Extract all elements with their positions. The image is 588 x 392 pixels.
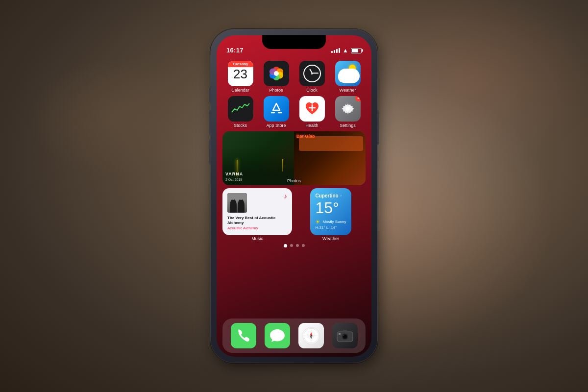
health-heart-svg <box>304 100 320 117</box>
svg-point-20 <box>310 335 312 337</box>
status-time: 16:17 <box>226 47 244 54</box>
clock-center-dot <box>311 73 313 74</box>
location-arrow-icon: ↑ <box>340 194 342 198</box>
music-artist: Acoustic Alchemy <box>227 226 287 230</box>
dock-messages[interactable] <box>265 323 290 348</box>
page-dot-1[interactable] <box>284 244 287 247</box>
power-button[interactable] <box>377 110 379 145</box>
album-art <box>227 193 247 213</box>
weather-city: Cupertino ↑ <box>315 193 346 198</box>
widget-weather[interactable]: Cupertino ↑ 15° ☀ Mostly Sunny H:31° <box>310 188 351 236</box>
appstore-a-svg <box>269 101 284 116</box>
page-dot-4[interactable] <box>302 244 305 247</box>
signal-bar-4 <box>339 48 340 53</box>
dock <box>222 318 366 353</box>
svg-rect-27 <box>339 333 341 335</box>
settings-badge: 2 <box>355 96 361 101</box>
clock-minute-hand <box>312 73 318 74</box>
app-row-2: Stocks App Store <box>222 96 366 128</box>
mute-button[interactable] <box>209 88 211 103</box>
widget-music[interactable]: ♪ The V <box>222 188 292 236</box>
iphone-device: 16:17 ▲ <box>211 29 377 363</box>
stocks-chart-svg <box>231 101 250 116</box>
dock-safari[interactable] <box>298 323 324 348</box>
varna-text: VARNA <box>225 172 243 176</box>
dock-phone[interactable] <box>231 323 256 348</box>
phone-icon-svg <box>236 328 251 343</box>
dock-camera[interactable] <box>332 323 358 348</box>
page-dot-2[interactable] <box>290 244 293 247</box>
signal-icon <box>331 48 340 53</box>
app-item-stocks[interactable]: Stocks <box>225 96 256 128</box>
music-track-title: The Very Best of Acoustic Alchemy <box>227 216 287 226</box>
svg-point-26 <box>343 335 344 336</box>
photos-icon[interactable] <box>264 61 289 86</box>
clock-label: Clock <box>306 88 318 93</box>
app-item-appstore[interactable]: App Store <box>261 96 292 128</box>
safari-icon-svg <box>302 326 320 345</box>
widget-photos[interactable]: VARNA 2 Oct 2019 Bar Giao Photos <box>222 131 366 185</box>
iphone-screen: 16:17 ▲ <box>217 35 371 357</box>
weather-range: H:31° L:-14° <box>315 225 346 230</box>
signal-bar-1 <box>331 51 333 53</box>
weather-temperature: 15° <box>315 199 346 217</box>
wifi-icon: ▲ <box>343 47 348 54</box>
health-label: Health <box>305 123 318 128</box>
photos-flower-svg <box>268 65 285 82</box>
stocks-icon[interactable] <box>228 96 253 122</box>
settings-gear-svg <box>341 101 355 116</box>
volume-up-button[interactable] <box>209 110 211 135</box>
music-note-icon: ♪ <box>284 192 287 200</box>
page-dot-3[interactable] <box>296 244 299 247</box>
widget-photos-label: Photos <box>222 178 366 183</box>
widget-photo-left: VARNA 2 Oct 2019 <box>222 131 294 185</box>
sun-icon: ☀ <box>315 219 320 225</box>
calendar-date: 23 <box>233 68 247 80</box>
weather-condition: ☀ Mostly Sunny <box>315 219 346 225</box>
weather-widget-label: Weather <box>322 236 339 241</box>
app-item-settings[interactable]: 2 Settings <box>333 96 363 128</box>
weather-icon[interactable] <box>335 61 361 86</box>
iphone-body: 16:17 ▲ <box>211 29 377 363</box>
music-widget-label: Music <box>251 236 263 241</box>
messages-icon-svg <box>269 327 286 344</box>
signal-bar-2 <box>334 50 335 53</box>
app-row-1: Tuesday 23 Calendar <box>222 61 366 93</box>
home-screen: Tuesday 23 Calendar <box>217 57 371 357</box>
app-item-weather[interactable]: Weather <box>333 61 363 93</box>
status-icons: ▲ <box>331 47 362 54</box>
appstore-label: App Store <box>266 123 286 128</box>
app-item-health[interactable]: Health <box>297 96 327 128</box>
clock-face <box>303 65 321 82</box>
signal-bar-3 <box>336 49 338 53</box>
widgets-row: ♪ The V <box>222 188 366 242</box>
battery-fill <box>352 49 358 52</box>
health-icon[interactable] <box>299 96 325 122</box>
weather-label: Weather <box>340 88 356 93</box>
app-item-calendar[interactable]: Tuesday 23 Calendar <box>225 61 256 93</box>
photos-label: Photos <box>269 88 283 93</box>
clock-icon[interactable] <box>299 61 325 86</box>
battery-icon <box>351 48 362 53</box>
widget-photo-right: Bar Giao <box>294 131 366 185</box>
calendar-icon[interactable]: Tuesday 23 <box>228 61 253 86</box>
background-scene: 16:17 ▲ <box>0 0 588 392</box>
settings-label: Settings <box>340 123 356 128</box>
appstore-icon[interactable] <box>264 96 289 122</box>
svg-point-6 <box>274 71 279 76</box>
app-item-photos[interactable]: Photos <box>261 61 292 93</box>
volume-down-button[interactable] <box>209 140 211 164</box>
settings-icon[interactable]: 2 <box>335 96 361 122</box>
page-indicator <box>222 244 366 247</box>
camera-icon-svg <box>337 329 353 343</box>
album-people-bg <box>227 193 247 213</box>
app-item-clock[interactable]: Clock <box>297 61 327 93</box>
notch <box>262 35 326 49</box>
stocks-label: Stocks <box>234 123 247 128</box>
calendar-label: Calendar <box>231 88 249 93</box>
